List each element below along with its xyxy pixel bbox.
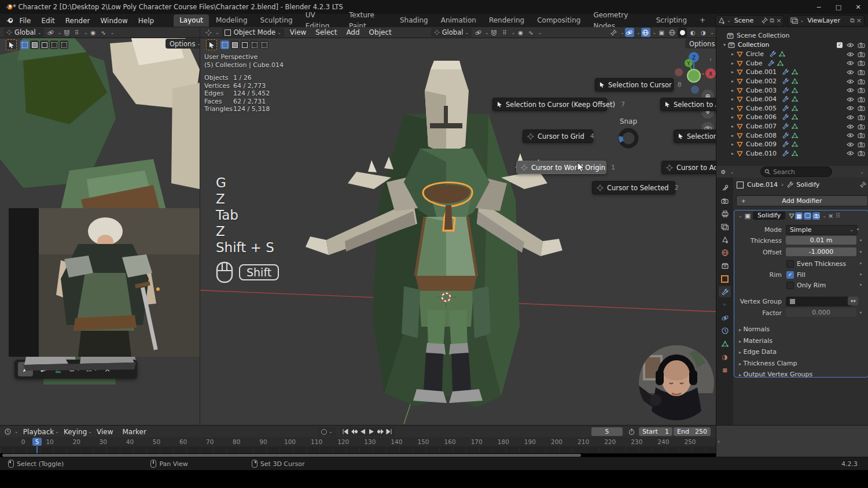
hide-eye-icon[interactable] (847, 105, 854, 111)
menu-help[interactable]: Help (133, 14, 159, 27)
workspace-tab-layout[interactable]: Layout (174, 14, 209, 27)
hide-eye-icon[interactable] (847, 69, 854, 75)
auto-keying-button[interactable]: ⌄ (318, 427, 336, 437)
snap-magnet-icon[interactable] (62, 28, 71, 37)
end-frame-field[interactable]: End250 (674, 427, 711, 436)
modifier-wrench-icon[interactable] (782, 114, 789, 120)
viewport-menu-add[interactable]: Add (341, 28, 364, 36)
modifier-wrench-icon[interactable] (782, 123, 789, 130)
start-frame-field[interactable]: Start1 (639, 427, 672, 436)
mesh-data-icon[interactable] (792, 132, 798, 139)
modifiers-tab-icon[interactable] (719, 286, 731, 297)
chevron-right-icon[interactable]: ▸ (731, 142, 734, 147)
prev-keyframe-button[interactable] (350, 427, 359, 436)
object-visibility-icon[interactable] (609, 28, 618, 37)
output-tab-icon[interactable] (719, 208, 731, 219)
disable-render-camera-icon[interactable] (858, 51, 865, 57)
chevron-right-icon[interactable]: ▸ (731, 106, 734, 111)
modifier-wrench-icon[interactable] (782, 141, 789, 147)
disable-render-camera-icon[interactable] (858, 132, 865, 138)
active-tool-icon[interactable] (6, 39, 17, 50)
camera-view-icon[interactable] (701, 122, 714, 135)
object-tab-icon[interactable] (719, 273, 731, 284)
viewport-options[interactable]: Options⌄ (685, 39, 716, 49)
outliner-item[interactable]: ▸ Cube.004 (716, 95, 868, 104)
pin-icon[interactable] (762, 17, 768, 24)
blender-menu-icon[interactable] (6, 17, 14, 24)
fill-checkbox[interactable]: ✓ (786, 271, 794, 279)
stopwatch-icon[interactable] (627, 427, 636, 437)
modifier-wrench-icon[interactable] (768, 60, 774, 66)
timeline-track[interactable] (0, 446, 716, 453)
even-thickness-checkbox[interactable] (786, 260, 794, 268)
disable-render-camera-icon[interactable] (858, 142, 865, 147)
select-mode-invert-icon[interactable] (50, 40, 58, 49)
mode-dropdown[interactable]: Object Mode⌄ (222, 28, 284, 37)
select-mode-subtract-icon[interactable] (40, 40, 49, 49)
show-in-viewport-icon[interactable]: 🖵 (804, 212, 811, 220)
pivot-point-icon[interactable] (473, 28, 483, 37)
chevron-right-icon[interactable]: ▸ (731, 133, 734, 138)
close-button[interactable]: ✕ (848, 0, 868, 14)
hide-eye-icon[interactable] (847, 150, 854, 156)
left-3d-viewport[interactable]: Global⌄ ⌄ ⠿⌄ ◉ ∿⌄ Options⌄ ▸ (0, 27, 200, 425)
workspace-tab-shading[interactable]: Shading (394, 14, 434, 27)
shading-solid-icon[interactable] (678, 28, 687, 37)
outliner-item[interactable]: ▸ Cube.010 (716, 149, 868, 158)
collection-tab-icon[interactable] (719, 260, 731, 271)
hide-eye-icon[interactable] (847, 124, 854, 130)
constraints-tab-icon[interactable] (719, 326, 731, 337)
main-3d-viewport[interactable]: ⌄ Object Mode⌄ ViewSelectAddObject Globa… (200, 27, 716, 425)
outliner-item[interactable]: ▸ Cube.003 (716, 86, 868, 95)
jump-to-start-button[interactable] (341, 427, 350, 436)
viewport-menu-view[interactable]: View (285, 28, 311, 36)
new-viewlayer-icon[interactable]: ⧉ (850, 17, 855, 24)
menu-window[interactable]: Window (95, 14, 133, 27)
particles-tab-icon[interactable]: ⁘ (719, 300, 731, 310)
snap-magnet-icon[interactable] (490, 28, 499, 37)
chevron-right-icon[interactable]: ▸ (731, 88, 734, 93)
disable-render-camera-icon[interactable] (858, 87, 865, 93)
region-collapse-icon[interactable]: ‹ (718, 438, 720, 445)
offset-field[interactable]: -1.0000 (786, 247, 856, 256)
hide-eye-icon[interactable] (847, 42, 854, 48)
hide-eye-icon[interactable] (847, 79, 854, 84)
invert-vertex-group-icon[interactable]: ↔ (848, 297, 858, 305)
exclude-checkbox[interactable]: ✓ (837, 42, 843, 48)
collapse-icon[interactable]: ⌄ (738, 213, 742, 219)
select-mode-intersect-icon[interactable] (260, 40, 269, 49)
factor-field[interactable]: 0.000 (786, 308, 856, 317)
scene-name[interactable]: Scene (734, 17, 754, 24)
breadcrumb-modifier[interactable]: Solidify (796, 181, 819, 188)
world-tab-icon[interactable] (719, 247, 731, 258)
modifier-wrench-icon[interactable] (782, 87, 789, 94)
pivot-point-icon[interactable] (46, 28, 55, 37)
disable-render-camera-icon[interactable] (858, 79, 865, 84)
outliner-item[interactable]: ▸ Cube (716, 59, 868, 68)
show-gizmo-icon[interactable] (625, 28, 634, 37)
show-on-cage-icon[interactable] (789, 213, 795, 219)
select-mode-invert-icon[interactable] (250, 40, 259, 49)
outliner-item[interactable]: ▸ Cube.005 (716, 104, 868, 113)
disable-render-camera-icon[interactable] (858, 97, 865, 102)
shading-material-icon[interactable]: ◐ (688, 28, 697, 37)
outliner-scene-collection[interactable]: Scene Collection (716, 31, 868, 40)
timeline-ruler[interactable]: 5 01020304050607080901001101201301401501… (0, 437, 716, 446)
viewlayer-selector[interactable]: ⌄ ViewLayer ⧉ × (788, 15, 865, 27)
material-tab-icon[interactable]: ◑ (719, 352, 731, 363)
playhead-label[interactable]: 5 (32, 438, 42, 446)
remove-viewlayer-icon[interactable]: × (856, 17, 862, 24)
menu-marker[interactable]: Marker (117, 428, 150, 436)
outliner-item[interactable]: ▸ Cube.007 (716, 122, 868, 131)
chevron-right-icon[interactable]: ▸ (731, 69, 734, 75)
vertex-group-field[interactable] (786, 297, 852, 306)
mesh-data-icon[interactable] (792, 114, 798, 120)
hide-eye-icon[interactable] (847, 142, 854, 147)
menu-render[interactable]: Render (60, 14, 95, 27)
mesh-data-icon[interactable] (777, 60, 784, 66)
orientation-dropdown[interactable]: Global⌄ (431, 28, 472, 37)
subpanel-normals[interactable]: ▸ Normals (739, 326, 770, 333)
chevron-right-icon[interactable]: ▸ (731, 114, 734, 120)
outliner-collection[interactable]: ▾ Collection ✓ (716, 40, 868, 50)
modifier-panel-header[interactable]: ⌄ ▣ Solidify ▦ 🖵 ⌄ × ⠿ (734, 210, 868, 221)
